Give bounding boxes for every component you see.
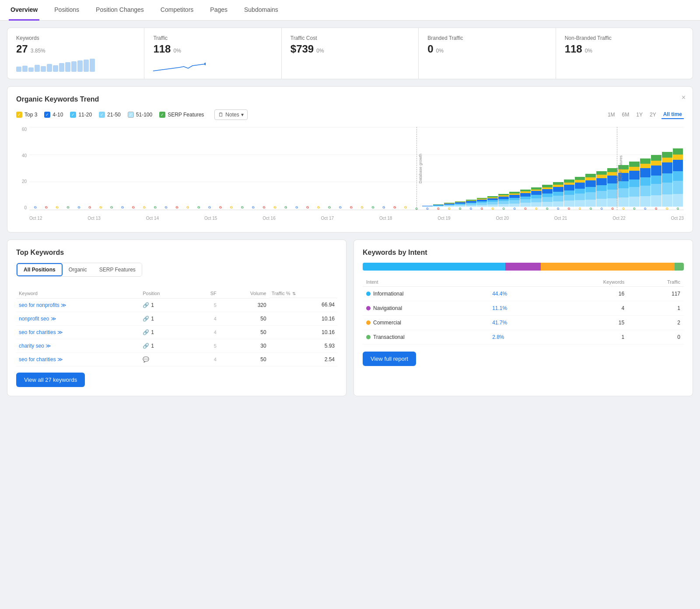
intent-col-traffic: Traffic xyxy=(628,278,684,287)
bars-container: GGGGGGGGGGGGGGGGGGGGGGGGGGGGGGGGGGGGGGGG… xyxy=(29,127,684,210)
bar-group: G xyxy=(237,205,248,210)
intent-traffic: 0 xyxy=(628,330,684,345)
bar-segment xyxy=(477,205,487,207)
bar-segment xyxy=(596,175,607,178)
time-1m[interactable]: 1M xyxy=(606,111,617,119)
keywords-by-intent-panel: Keywords by Intent Intent Keywords Traff… xyxy=(354,239,693,396)
legend-top3[interactable]: ✓ Top 3 xyxy=(16,112,37,118)
chain-icon: 🔗 xyxy=(143,343,149,349)
bar-group: G xyxy=(313,205,324,210)
bar-group: G xyxy=(400,205,411,210)
traffic-label: Traffic xyxy=(153,35,272,41)
bar-segment xyxy=(673,148,683,155)
time-all[interactable]: All time xyxy=(662,110,684,119)
intent-keywords: 16 xyxy=(550,287,628,301)
legend-51-100[interactable]: ✓ 51-100 xyxy=(128,112,152,118)
intent-keywords: 1 xyxy=(550,330,628,345)
google-icon: G xyxy=(339,205,342,209)
intent-dot xyxy=(366,320,371,325)
bar-group: G xyxy=(531,187,542,210)
top-keywords-title: Top Keywords xyxy=(16,249,337,257)
google-icon: G xyxy=(448,207,450,210)
intent-col-keywords: Keywords xyxy=(550,278,628,287)
time-6m[interactable]: 6M xyxy=(620,111,631,119)
google-icon: G xyxy=(306,205,309,209)
bar-segment xyxy=(651,195,662,207)
bottom-row: Top Keywords All Positions Organic SERP … xyxy=(7,239,693,396)
bar-segment xyxy=(629,162,640,166)
keyword-link[interactable]: seo for charities ≫ xyxy=(19,356,63,363)
close-trend-button[interactable]: × xyxy=(682,94,686,102)
nav-overview[interactable]: Overview xyxy=(9,0,39,21)
bar-segment xyxy=(553,201,564,207)
nav-pages[interactable]: Pages xyxy=(208,0,229,21)
time-2y[interactable]: 2Y xyxy=(648,111,658,119)
google-icon: G xyxy=(590,207,592,210)
google-icon: G xyxy=(45,205,48,209)
bar-group: G xyxy=(324,205,335,210)
bar-segment xyxy=(673,171,683,181)
non-branded-card: Non-Branded Traffic 118 0% xyxy=(556,28,693,79)
bar-segment xyxy=(553,196,564,201)
legend-21-50[interactable]: ✓ 21-50 xyxy=(99,112,121,118)
bar-group: G xyxy=(455,201,466,210)
legend-serp[interactable]: ✓ SERP Features xyxy=(159,112,204,118)
trend-card: × Organic Keywords Trend ✓ Top 3 ✓ 4-10 … xyxy=(7,86,693,232)
volume-value: 50 xyxy=(219,352,269,366)
view-full-report-button[interactable]: View full report xyxy=(363,352,416,366)
tab-organic[interactable]: Organic xyxy=(63,263,93,276)
keyword-link[interactable]: nonprofit seo ≫ xyxy=(19,316,56,322)
google-icon: G xyxy=(350,205,353,209)
tab-serp-features[interactable]: SERP Features xyxy=(93,263,142,276)
google-icon: G xyxy=(121,205,124,209)
bar-group: G xyxy=(477,198,487,210)
bar-group: G xyxy=(509,192,520,210)
branded-traffic-card: Branded Traffic 0 0% xyxy=(419,28,556,79)
intent-name: Transactional xyxy=(366,334,485,340)
bar-segment xyxy=(596,191,607,199)
bar-segment xyxy=(444,206,455,207)
intent-table-row: Navigational11.1%41 xyxy=(363,301,684,316)
keyword-link[interactable]: seo for nonprofits ≫ xyxy=(19,302,66,308)
bar-segment xyxy=(509,200,520,203)
keyword-link[interactable]: charity seo ≫ xyxy=(19,343,51,349)
google-icon: G xyxy=(77,205,80,209)
legend-4-10[interactable]: ✓ 4-10 xyxy=(44,112,63,118)
x-axis: Oct 12 Oct 13 Oct 14 Oct 15 Oct 16 Oct 1… xyxy=(29,213,684,223)
serp-features-line: SERP features xyxy=(617,127,623,210)
traffic-sparkline xyxy=(153,59,206,72)
y-axis: 60 40 20 0 xyxy=(16,127,28,210)
google-icon: G xyxy=(88,205,91,209)
bar-segment xyxy=(640,168,651,178)
non-branded-label: Non-Branded Traffic xyxy=(565,35,684,41)
view-all-keywords-button[interactable]: View all 27 keywords xyxy=(16,373,85,387)
bar-segment xyxy=(629,171,640,180)
sf-value: 4 xyxy=(214,316,217,321)
tab-all-positions[interactable]: All Positions xyxy=(17,263,63,276)
bar-group: G xyxy=(193,205,204,210)
intent-bar-segment xyxy=(675,263,684,271)
legend-11-20[interactable]: ✓ 11-20 xyxy=(70,112,92,118)
nav-competitors[interactable]: Competitors xyxy=(159,0,195,21)
time-1y[interactable]: 1Y xyxy=(634,111,644,119)
nav-positions[interactable]: Positions xyxy=(52,0,81,21)
col-traffic: Traffic % ⇅ xyxy=(269,289,337,298)
table-row: seo for nonprofits ≫🔗1532066.94 xyxy=(16,298,337,312)
bar-group: G xyxy=(585,174,596,210)
intent-table-row: Transactional2.8%10 xyxy=(363,330,684,345)
intent-pct: 44.4% xyxy=(492,291,507,297)
intent-keywords: 15 xyxy=(550,316,628,330)
google-icon: G xyxy=(579,207,581,210)
intent-col-pct xyxy=(489,278,550,287)
keyword-link[interactable]: seo for charities ≫ xyxy=(19,329,63,335)
intent-name: Commercial xyxy=(366,320,485,326)
nav-subdomains[interactable]: Subdomains xyxy=(242,0,280,21)
keywords-table: Keyword Position SF Volume Traffic % ⇅ s… xyxy=(16,289,337,366)
bar-group: G xyxy=(466,200,476,210)
bar-group: G xyxy=(52,205,63,210)
bar-group: G xyxy=(248,205,259,210)
bar-segment xyxy=(640,164,651,168)
google-icon: G xyxy=(655,207,657,210)
notes-button[interactable]: 🗒 Notes ▾ xyxy=(214,109,247,120)
nav-position-changes[interactable]: Position Changes xyxy=(94,0,146,21)
